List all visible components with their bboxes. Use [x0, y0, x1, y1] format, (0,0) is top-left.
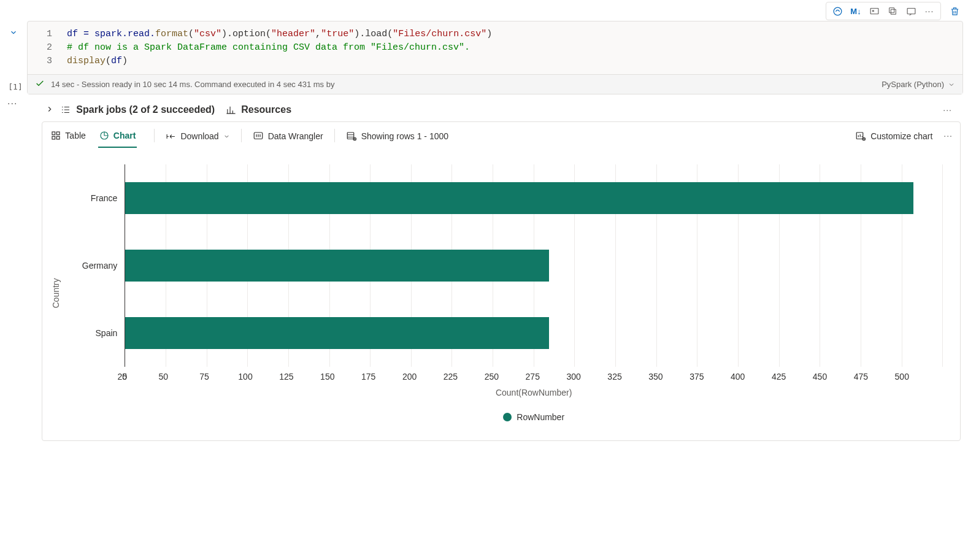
- cell-gutter-more[interactable]: ···: [0, 97, 17, 453]
- spark-jobs-section[interactable]: Spark jobs (2 of 2 succeeded): [60, 104, 215, 115]
- success-check-icon: [35, 79, 45, 90]
- rows-label: Showing rows 1 - 1000: [361, 131, 448, 141]
- chart-legend: RowNumber: [113, 412, 943, 422]
- view-tabs: Table Chart: [50, 127, 145, 148]
- output-more-actions[interactable]: ···: [943, 131, 953, 144]
- rows-icon: [346, 131, 357, 142]
- output-toolbar: Table Chart Download Data Wrangler: [42, 122, 960, 148]
- execution-count: [1]: [7, 79, 24, 91]
- download-label: Download: [180, 131, 218, 141]
- tab-chart-label: Chart: [113, 131, 136, 140]
- svg-rect-8: [57, 136, 60, 139]
- markdown-toggle[interactable]: M↓: [848, 4, 863, 18]
- copy-cell-icon[interactable]: [885, 4, 900, 18]
- svg-rect-3: [889, 8, 894, 13]
- clear-output-icon[interactable]: [867, 4, 882, 18]
- resources-section[interactable]: Resources: [226, 104, 291, 115]
- svg-rect-6: [57, 132, 60, 135]
- svg-rect-12: [856, 132, 863, 139]
- chevron-down-icon: [9, 28, 18, 37]
- chart-plot-area: [125, 164, 943, 367]
- customize-icon: [855, 131, 866, 142]
- bar-chart-icon: [226, 105, 236, 115]
- add-comment-icon[interactable]: [904, 4, 918, 18]
- output-sections: Spark jobs (2 of 2 succeeded) Resources …: [17, 97, 968, 121]
- language-selector[interactable]: PySpark (Python): [882, 80, 955, 89]
- divider: [241, 129, 242, 142]
- cell-status-bar: [1] 14 sec - Session ready in 10 sec 14 …: [28, 74, 962, 94]
- chart-bar[interactable]: [125, 317, 548, 349]
- output-panel: Table Chart Download Data Wrangler: [42, 121, 961, 441]
- svg-rect-10: [347, 132, 354, 139]
- table-icon: [51, 131, 61, 140]
- svg-rect-4: [907, 8, 915, 13]
- data-wrangler-label: Data Wrangler: [268, 131, 323, 141]
- code-cell-row: 123 df = spark.read.format("csv").option…: [0, 21, 968, 97]
- code-content: df = spark.read.format("csv").option("he…: [67, 28, 492, 68]
- svg-rect-5: [52, 132, 55, 135]
- sections-more[interactable]: ···: [943, 105, 963, 115]
- chart-xlabel: Count(RowNumber): [113, 388, 943, 397]
- svg-point-0: [834, 7, 842, 15]
- chart-y-categories: France Germany Spain: [71, 164, 125, 367]
- tab-table-label: Table: [65, 131, 85, 140]
- chart-bar[interactable]: [125, 182, 913, 214]
- chart-ylabel: Country: [51, 278, 61, 308]
- code-editor[interactable]: 123 df = spark.read.format("csv").option…: [28, 21, 962, 74]
- legend-dot: [503, 413, 512, 421]
- customize-chart-button[interactable]: Customize chart: [853, 127, 935, 148]
- chevron-down-icon: [223, 133, 230, 140]
- resources-label: Resources: [241, 104, 291, 115]
- code-cell: 123 df = spark.read.format("csv").option…: [27, 21, 963, 94]
- legend-label: RowNumber: [517, 412, 564, 422]
- svg-rect-2: [891, 9, 896, 14]
- spark-jobs-label: Spark jobs (2 of 2 succeeded): [76, 104, 215, 115]
- svg-rect-1: [870, 8, 878, 13]
- copilot-icon[interactable]: [830, 4, 845, 18]
- cell-action-toolbar: M↓ ···: [0, 0, 968, 21]
- svg-rect-7: [52, 136, 55, 139]
- status-text: 14 sec - Session ready in 10 sec 14 ms. …: [51, 80, 334, 89]
- chart-x-ticks: 0255075100125150175200225250275300325350…: [113, 367, 943, 382]
- chart-bar[interactable]: [125, 250, 548, 282]
- download-button[interactable]: Download: [163, 128, 232, 148]
- tab-table[interactable]: Table: [50, 127, 86, 148]
- chevron-down-icon: [948, 81, 955, 88]
- wrangler-icon: [253, 131, 264, 142]
- tab-chart[interactable]: Chart: [98, 127, 137, 148]
- delete-cell-icon[interactable]: [947, 4, 962, 18]
- download-icon: [166, 131, 176, 142]
- list-icon: [60, 104, 71, 115]
- divider: [334, 129, 335, 142]
- chevron-right-icon: [45, 105, 54, 113]
- expand-sections[interactable]: [45, 105, 54, 115]
- collapse-gutter[interactable]: [5, 21, 22, 37]
- data-wrangler-button[interactable]: Data Wrangler: [250, 127, 326, 148]
- line-numbers: 123: [30, 28, 67, 68]
- customize-label: Customize chart: [870, 131, 932, 141]
- chart-container: Country France Germany Spain 02550751001…: [42, 148, 960, 440]
- divider: [154, 129, 155, 142]
- rows-indicator[interactable]: Showing rows 1 - 1000: [344, 127, 451, 148]
- pie-chart-icon: [99, 131, 109, 140]
- cell-action-group: M↓ ···: [826, 2, 941, 20]
- more-actions-icon[interactable]: ···: [922, 4, 937, 18]
